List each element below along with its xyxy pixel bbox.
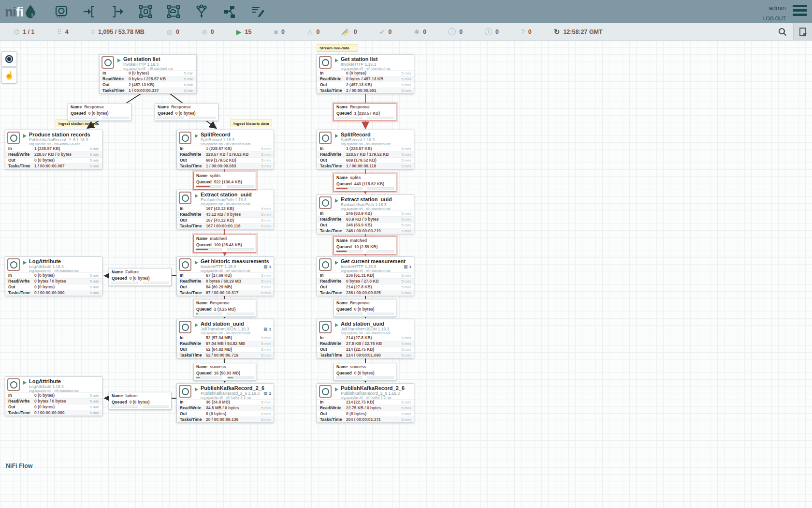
threads-icon: ▦	[263, 391, 268, 396]
processor-stats: In0 (0 bytes)5 min Read/Write0 bytes / 0…	[5, 392, 102, 416]
birdseye-toggle-button[interactable]	[793, 23, 812, 40]
processor-type: PublishKafkaRecord_2_6 1.16.3	[201, 391, 272, 396]
stat-row-tasks-time: Tasks/Time0 / 00:00:00.0005 min	[5, 290, 102, 296]
processor-stats: In214 (22.75 KB)5 min Read/Write22.75 KB…	[317, 399, 414, 422]
backpressure-bars	[109, 404, 171, 409]
processor-stats: In52 (57.04 MB)5 min Read/Write57.04 MB …	[177, 335, 274, 358]
connection-queue-label[interactable]: NameFailure Queued0 (0 bytes)	[109, 268, 172, 286]
breadcrumb[interactable]: NiFi Flow	[6, 463, 33, 469]
processor[interactable]: Extract station_uuid EvaluateJsonPath 1.…	[317, 194, 414, 234]
backpressure-bars	[334, 249, 396, 254]
refresh-icon[interactable]: ↻	[554, 28, 560, 36]
output-port-icon[interactable]	[109, 3, 126, 20]
running-status-icon	[335, 134, 338, 138]
connection-queue-label[interactable]: Namesplits Queued522 (136.4 KB)	[193, 172, 256, 190]
stat-row-out: Out52 (84.82 MB)5 min	[177, 346, 274, 352]
processor-type-icon	[319, 258, 332, 271]
stat-row-read-write: Read/Write228.57 KB / 179.52 KB5 min	[177, 151, 274, 157]
processor-stats: In67 (17.69 KB)5 min Read/Write0 bytes /…	[177, 272, 274, 296]
navigate-palette[interactable]	[1, 51, 17, 67]
processor[interactable]: Get historic measurements InvokeHTTP 1.1…	[176, 256, 274, 296]
processor[interactable]: Get current measurement InvokeHTTP 1.16.…	[317, 256, 414, 296]
processor-stats: In246 (63.9 KB)5 min Read/Write63.9 KB /…	[317, 210, 414, 234]
running-status-icon	[195, 134, 198, 138]
processor[interactable]: Add station_uuid JoltTransformJSON 1.16.…	[317, 319, 414, 359]
stat-row-tasks-time: Tasks/Time167 / 00:00:00.1165 min	[177, 223, 274, 229]
processor[interactable]: LogAttribute LogAttribute 1.16.3 org.apa…	[5, 376, 102, 416]
processor[interactable]: LogAttribute LogAttribute 1.16.3 org.apa…	[5, 256, 102, 296]
running-status-icon	[195, 261, 198, 265]
status-count: 1,095 / 53.78 MB	[98, 29, 145, 35]
processor[interactable]: Get station list InvokeHTTP 1.16.3 org.a…	[99, 54, 197, 94]
backpressure-size-bar	[227, 313, 254, 315]
status-item: ?0	[521, 29, 532, 35]
processor-bundle: org.apache.nifi - nifi-standard-nar	[341, 269, 412, 272]
stat-row-in: In1 (228.57 KB)5 min	[317, 146, 414, 151]
flow-canvas[interactable]: Stream live-dataIngest station recordsIn…	[0, 41, 812, 508]
processor[interactable]: Add station_uuid JoltTransformJSON 1.16.…	[176, 319, 274, 359]
connection-queue-label[interactable]: NameResponse Queued2 (3.25 MB)	[193, 299, 256, 317]
running-status-icon	[335, 388, 338, 391]
processor-name: PublishKafkaRecord_2_6	[341, 386, 412, 391]
processor-type-icon	[319, 196, 332, 209]
processor-stats: In214 (27.8 KB)5 min Read/Write27.8 KB /…	[317, 335, 414, 358]
backpressure-bars	[334, 116, 396, 120]
processor[interactable]: PublishKafkaRecord_2_6 PublishKafkaRecor…	[176, 383, 274, 423]
status-count: 0	[389, 29, 392, 35]
status-item: !0	[485, 28, 499, 35]
processor-name: LogAttribute	[29, 379, 100, 385]
stat-row-out: Out0 (0 bytes)5 min	[5, 284, 102, 290]
processor[interactable]: Extract station_uuid EvaluateJsonPath 1.…	[176, 190, 274, 229]
processor-stats: In167 (43.12 KB)5 min Read/Write43.12 KB…	[177, 206, 274, 229]
connection-queue-label[interactable]: Namematched Queued10 (2.59 KB)	[334, 237, 396, 254]
processor-type-icon	[7, 378, 20, 391]
backpressure-size-bar	[143, 282, 169, 284]
stat-row-in: In67 (17.69 KB)5 min	[177, 272, 274, 278]
template-icon[interactable]	[221, 3, 238, 20]
stat-row-read-write: Read/Write0 bytes / 27.8 KB5 min	[317, 278, 414, 284]
processor-type-icon	[179, 132, 191, 144]
threads-icon: ▦	[263, 264, 268, 269]
label-icon[interactable]	[249, 3, 266, 20]
processor-type-icon	[179, 321, 191, 333]
processor[interactable]: Produce station records PublishKafkaReco…	[5, 130, 102, 169]
operate-palette[interactable]: ☝	[1, 68, 17, 83]
processor[interactable]: PublishKafkaRecord_2_6 PublishKafkaRecor…	[317, 383, 414, 423]
not-transmitting-icon: ⊘	[202, 29, 207, 35]
processor-icon[interactable]	[53, 3, 70, 20]
stat-row-tasks-time: Tasks/Time0 / 00:00:00.0005 min	[5, 410, 102, 416]
backpressure-size-bar	[367, 313, 394, 315]
connection-queue-label[interactable]: NameResponse Queued0 (0 bytes)	[334, 299, 396, 317]
processor-stats: In36 (34.8 MB)5 min Read/Write34.8 MB / …	[177, 399, 274, 422]
search-button[interactable]	[772, 23, 793, 40]
global-menu-icon[interactable]	[793, 2, 807, 18]
processor-type: InvokeHTTP 1.16.3	[341, 62, 412, 67]
processor[interactable]: SplitRecord SplitRecord 1.16.3 org.apach…	[176, 130, 274, 169]
funnel-icon[interactable]	[193, 3, 210, 20]
stat-row-read-write: Read/Write0 bytes / 0 bytes5 min	[5, 398, 102, 404]
stat-row-in: In214 (22.75 KB)5 min	[317, 399, 414, 405]
active-threads-badge: ▦1	[404, 264, 411, 269]
process-group-icon[interactable]	[137, 3, 154, 20]
last-refresh-time: 12:58:27 GMT	[563, 29, 602, 35]
backpressure-bars	[334, 375, 396, 380]
connection-queue-label[interactable]: Namematched Queued100 (25.43 KB)	[193, 235, 256, 253]
connection-queue-label[interactable]: NameResponse Queued0 (0 bytes)	[155, 103, 218, 121]
connection-queue-label[interactable]: Namesuccess Queued16 (50.03 MB)	[193, 363, 256, 381]
processor[interactable]: SplitRecord SplitRecord 1.16.3 org.apach…	[317, 130, 414, 169]
connection-queue-label[interactable]: Namefailure Queued0 (0 bytes)	[109, 392, 172, 410]
connection-queue-label[interactable]: Namesuccess Queued0 (0 bytes)	[334, 363, 396, 381]
input-port-icon[interactable]	[81, 3, 98, 20]
remote-process-group-icon[interactable]	[165, 3, 182, 20]
connection-queue-label[interactable]: NameResponse Queued1 (228.57 KB)	[334, 103, 396, 121]
processor-type: InvokeHTTP 1.16.3	[201, 265, 272, 269]
connection-queue-label[interactable]: NameResponse Queued0 (0 bytes)	[68, 103, 131, 121]
connection-queue-label[interactable]: Namesplits Queued443 (115.62 KB)	[334, 174, 396, 192]
backpressure-object-bar	[196, 248, 222, 251]
processor-type-icon	[179, 192, 191, 204]
status-count: 0	[354, 29, 357, 35]
stat-row-in: In1 (228.57 KB)5 min	[5, 146, 102, 151]
logout-link[interactable]: LOG OUT	[763, 15, 786, 22]
stat-row-out: Out246 (63.9 KB)5 min	[317, 222, 414, 228]
processor[interactable]: Get station list InvokeHTTP 1.16.3 org.a…	[317, 54, 414, 94]
